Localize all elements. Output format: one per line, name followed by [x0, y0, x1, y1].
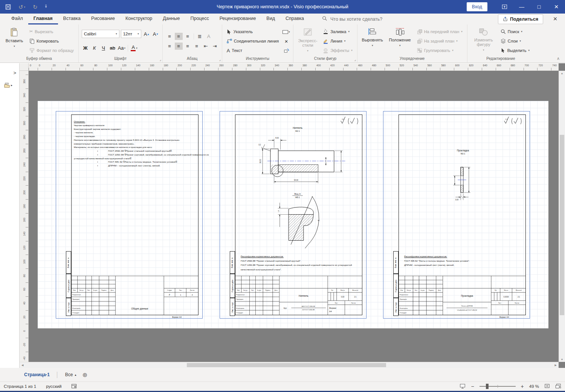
fill-button[interactable]: Заливка▾	[321, 27, 354, 36]
change-case-button[interactable]: Aa▾	[118, 44, 125, 52]
fit-page-icon[interactable]	[544, 383, 550, 389]
ribbon-tab[interactable]: Данные	[157, 14, 185, 24]
maximize-button[interactable]: □	[530, 0, 548, 14]
font-color-button[interactable]: А▾	[130, 44, 138, 52]
zoom-slider[interactable]	[479, 386, 516, 387]
horizontal-scroll-thumb[interactable]	[187, 363, 386, 367]
sheet-gasket[interactable]: 6,3 Прокладка М2:1	[383, 111, 530, 319]
sign-in-button[interactable]: Вход	[467, 2, 487, 11]
effects-button[interactable]: Эффекты▾	[321, 46, 354, 55]
close-document-icon[interactable]: ×	[548, 15, 562, 23]
find-button[interactable]: Поиск▾	[499, 27, 531, 36]
connection-point-tool-button[interactable]: ×	[282, 37, 290, 45]
bring-to-front-button[interactable]: На передний план▾	[415, 27, 464, 36]
horizontal-scrollbar[interactable]: ◀ ▶	[20, 362, 559, 368]
font-dialog-launcher-icon[interactable]: ⌟	[159, 58, 161, 61]
ribbon-tab[interactable]: Справка	[280, 14, 309, 24]
ribbon-tab[interactable]: Процесс	[185, 14, 214, 24]
zoom-in-icon[interactable]: +	[521, 383, 524, 389]
align-top-button[interactable]: ≡	[166, 33, 174, 40]
italic-button[interactable]: К	[91, 44, 98, 52]
line-button[interactable]: Линия▾	[321, 37, 354, 46]
ribbon-tab[interactable]: Главная	[28, 14, 58, 24]
align-center-button[interactable]: ≡	[175, 43, 183, 50]
align-right-button[interactable]: ≡	[184, 43, 192, 50]
undo-button[interactable]: ↺▾	[18, 4, 25, 10]
justify-button[interactable]: ≡	[193, 43, 201, 50]
align-middle-button[interactable]: ≡	[175, 33, 183, 40]
shrink-font-button[interactable]: А▾	[152, 30, 159, 38]
search-input[interactable]	[330, 17, 417, 22]
sheet-general-data[interactable]: Описание:Чертеж приварного ниппеляКонстр…	[56, 111, 203, 319]
group-shapes-button[interactable]: Группировать▾	[415, 46, 464, 55]
language-status[interactable]: русский	[46, 384, 61, 389]
align-bottom-button[interactable]: ≡	[184, 33, 192, 40]
ribbon-display-options-icon[interactable]	[496, 0, 513, 14]
text-tool-button[interactable]: А Текст	[225, 46, 280, 55]
scroll-down-icon[interactable]: ▼	[559, 358, 565, 361]
align-left-button[interactable]: ≡	[166, 43, 174, 50]
all-pages-button[interactable]: Все▴	[65, 372, 76, 377]
position-button[interactable]: Положение▾	[387, 26, 413, 56]
canvas-viewport[interactable]: Описание:Чертеж приварного ниппеляКонстр…	[29, 71, 559, 362]
paste-button[interactable]: Вставить▾	[3, 26, 26, 56]
select-button[interactable]: Выделить▾	[499, 46, 531, 55]
format-painter-button[interactable]: Формат по образцу	[28, 46, 75, 55]
new-page-icon[interactable]: ⊕	[82, 371, 87, 378]
shapes-panel-collapsed[interactable]: > ▸	[0, 63, 20, 368]
page-status[interactable]: Страница 1 из 1	[4, 384, 36, 389]
ribbon-tab[interactable]: Вставка	[58, 14, 86, 24]
minimize-button[interactable]: —	[513, 0, 530, 14]
zoom-level[interactable]: 49 %	[529, 384, 539, 389]
ribbon-tab[interactable]: Рецензирование	[214, 14, 261, 24]
shape-styles-dialog-launcher-icon[interactable]: ⌟	[354, 58, 356, 61]
rectangle-tool-button[interactable]: ▾	[282, 28, 290, 36]
quick-styles-button[interactable]: Экспресс-стили▾	[296, 26, 319, 56]
scroll-up-icon[interactable]: ▲	[559, 72, 565, 75]
share-button[interactable]: Поделиться	[498, 14, 543, 24]
increase-indent-button[interactable]: ⇥	[211, 43, 219, 50]
grow-font-button[interactable]: А▴	[143, 30, 150, 38]
zoom-out-icon[interactable]: −	[471, 383, 474, 389]
stencil-icon[interactable]: ▸	[4, 82, 12, 88]
switch-windows-icon[interactable]	[555, 383, 561, 389]
save-icon[interactable]	[5, 4, 11, 10]
scroll-right-icon[interactable]: ▶	[555, 362, 557, 368]
cut-button[interactable]: ✂Вырезать	[28, 27, 75, 36]
bold-button[interactable]: Ж	[82, 44, 89, 52]
paragraph-dialog-launcher-icon[interactable]: ⌟	[219, 58, 220, 61]
connector-tool-button[interactable]: Соединительная линия	[225, 37, 280, 46]
rotate-tool-button[interactable]	[282, 47, 290, 54]
drawing-page[interactable]: Описание:Чертеж приварного ниппеляКонстр…	[38, 101, 548, 328]
page-tab[interactable]: Страница-1	[24, 372, 50, 377]
macro-record-icon[interactable]	[71, 384, 77, 389]
customize-qat-button[interactable]: ▾	[45, 5, 47, 9]
copy-button[interactable]: Копировать	[28, 37, 75, 46]
tell-me-search[interactable]	[322, 16, 417, 23]
zoom-slider-thumb[interactable]	[486, 384, 489, 389]
close-window-button[interactable]: ×	[548, 0, 565, 14]
bullets-button[interactable]: ≣	[196, 33, 204, 40]
presentation-mode-icon[interactable]	[460, 383, 466, 390]
text-direction-button[interactable]: А	[205, 33, 213, 40]
font-size-select[interactable]: 12пт▾	[121, 30, 141, 38]
send-to-back-button[interactable]: На задний план▾	[415, 37, 464, 46]
strikethrough-button[interactable]: ab	[109, 44, 116, 52]
vertical-scrollbar[interactable]: ▲ ▼	[559, 71, 565, 362]
change-shape-button[interactable]: Изменить фигуру▾	[470, 26, 497, 56]
align-button[interactable]: Выровнять▾	[360, 26, 385, 56]
font-name-select[interactable]: Calibri▾	[82, 30, 119, 38]
vertical-scroll-thumb[interactable]	[560, 135, 564, 315]
sheet-nipple[interactable]: 6,3 Ниппель М2:1	[220, 111, 366, 319]
ribbon-tab[interactable]: Файл	[6, 14, 28, 24]
ribbon-tab[interactable]: Вид	[261, 14, 280, 24]
collapse-ribbon-icon[interactable]: ∧	[557, 56, 560, 61]
scroll-left-icon[interactable]: ◀	[21, 362, 23, 368]
expand-shapes-icon[interactable]: >	[13, 70, 16, 76]
ribbon-tab[interactable]: Конструктор	[120, 14, 157, 24]
pointer-tool-button[interactable]: Указатель	[225, 27, 280, 36]
underline-button[interactable]: Ч	[100, 44, 107, 52]
layers-button[interactable]: Слои▾	[499, 37, 531, 46]
decrease-indent-button[interactable]: ⇤	[202, 43, 210, 50]
ribbon-tab[interactable]: Рисование	[86, 14, 120, 24]
